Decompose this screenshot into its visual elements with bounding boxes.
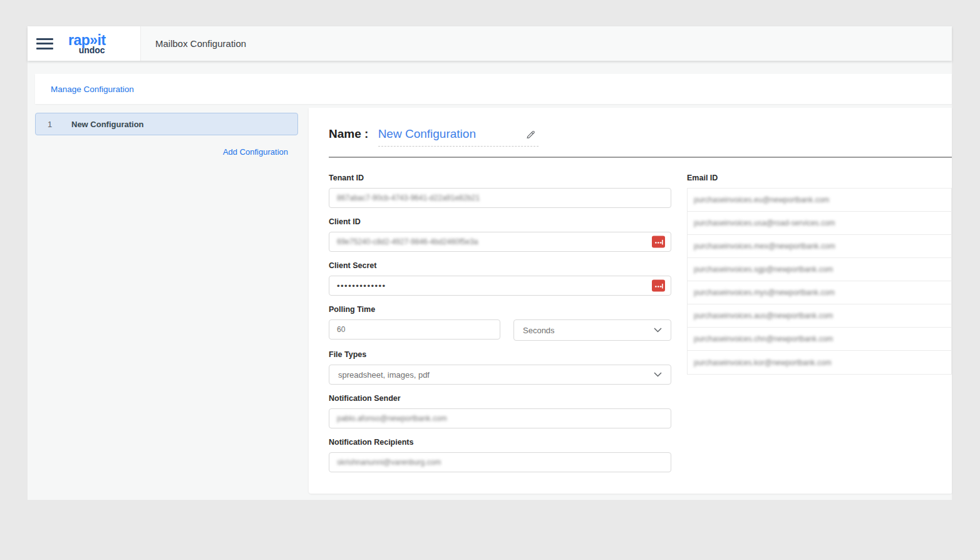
client-id-label: Client ID <box>329 217 671 226</box>
polling-time-field: Polling Time 60 Seconds <box>329 305 671 341</box>
name-row: Name : New Configuration <box>329 127 952 147</box>
email-text: purchaseinvoices.mys@newportbank.com <box>694 288 835 297</box>
notification-recipients-field: Notification Recipients skrishnanunni@va… <box>329 438 671 472</box>
logo-section: rap»it undoc <box>28 26 141 61</box>
section-divider <box>329 157 952 158</box>
polling-unit-select[interactable]: Seconds <box>513 319 671 341</box>
email-id-label: Email ID <box>687 174 952 182</box>
main-row: 1 New Configuration Add Configuration Na… <box>28 108 952 494</box>
email-text: purchaseinvoices.mex@newportbank.com <box>694 242 835 251</box>
notification-sender-field: Notification Sender pablo.afonso@newport… <box>329 394 671 428</box>
name-edit-field: New Configuration <box>378 127 539 147</box>
client-secret-label: Client Secret <box>329 261 671 270</box>
sidebar-item-new-configuration[interactable]: 1 New Configuration <box>35 113 298 135</box>
client-id-field: Client ID 69e75240-c8d2-4927-9846-4bd246… <box>329 217 671 252</box>
polling-time-value: 60 <box>337 325 345 334</box>
email-list-item[interactable]: purchaseinvoices.mex@newportbank.com <box>688 235 951 258</box>
email-id-column: Email ID purchaseinvoices.eu@newportbank… <box>687 174 952 482</box>
password-manager-icon[interactable] <box>652 236 665 248</box>
email-list-item[interactable]: purchaseinvoices.aus@newportbank.com <box>688 304 951 328</box>
content-area: Manage Configuration 1 New Configuration… <box>28 61 952 500</box>
app-header: rap»it undoc Mailbox Configuration <box>28 26 952 61</box>
manage-configuration-bar: Manage Configuration <box>35 74 952 104</box>
email-id-list: purchaseinvoices.eu@newportbank.com purc… <box>687 188 952 375</box>
notification-sender-input[interactable]: pablo.afonso@newportbank.com <box>329 408 671 428</box>
page-title: Mailbox Configuration <box>141 26 952 61</box>
notification-recipients-input[interactable]: skrishnanunni@varenburg.com <box>329 452 671 472</box>
form-columns: Tenant ID 867abac7-90cb-4743-9641-d22a91… <box>329 174 952 482</box>
email-list-item[interactable]: purchaseinvoices.chn@newportbank.com <box>688 328 951 351</box>
client-id-value: 69e75240-c8d2-4927-9846-4bd2460f5e3a <box>337 237 478 246</box>
client-secret-value: ••••••••••••• <box>337 281 386 291</box>
polling-time-label: Polling Time <box>329 305 671 314</box>
chevron-down-icon <box>654 328 662 333</box>
email-list-item[interactable]: purchaseinvoices.kor@newportbank.com <box>688 351 951 374</box>
client-secret-input[interactable]: ••••••••••••• <box>329 276 671 296</box>
email-list-item[interactable]: purchaseinvoices.eu@newportbank.com <box>688 189 951 212</box>
notification-recipients-label: Notification Recipients <box>329 438 671 447</box>
polling-unit-value: Seconds <box>523 326 555 335</box>
configuration-sidebar: 1 New Configuration Add Configuration <box>35 108 298 157</box>
client-id-input[interactable]: 69e75240-c8d2-4927-9846-4bd2460f5e3a <box>329 232 671 252</box>
app-window: rap»it undoc Mailbox Configuration Manag… <box>28 26 952 500</box>
email-text: purchaseinvoices.sgp@newportbank.com <box>694 265 833 274</box>
file-types-label: File Types <box>329 350 671 359</box>
chevron-down-icon <box>654 372 662 377</box>
email-list-item[interactable]: purchaseinvoices.sgp@newportbank.com <box>688 258 951 281</box>
email-text: purchaseinvoices.eu@newportbank.com <box>694 195 829 204</box>
notification-sender-label: Notification Sender <box>329 394 671 403</box>
notification-sender-value: pablo.afonso@newportbank.com <box>337 414 447 423</box>
tenant-id-label: Tenant ID <box>329 174 671 182</box>
app-logo: rap»it undoc <box>68 33 106 54</box>
email-list-item[interactable]: purchaseinvoices.usa@road-services.com <box>688 212 951 235</box>
polling-time-input[interactable]: 60 <box>329 319 500 340</box>
edit-pencil-icon[interactable] <box>525 129 536 140</box>
notification-recipients-value: skrishnanunni@varenburg.com <box>337 458 441 467</box>
configuration-form-panel: Name : New Configuration <box>309 108 952 494</box>
tenant-id-value: 867abac7-90cb-4743-9641-d22a91e82b21 <box>337 194 480 202</box>
email-text: purchaseinvoices.aus@newportbank.com <box>694 311 833 320</box>
config-index: 1 <box>36 120 71 129</box>
hamburger-menu-icon[interactable] <box>36 35 53 52</box>
file-types-value: spreadsheet, images, pdf <box>338 370 430 380</box>
tenant-id-input[interactable]: 867abac7-90cb-4743-9641-d22a91e82b21 <box>329 188 671 208</box>
password-manager-icon[interactable] <box>652 280 665 292</box>
name-label: Name : <box>329 127 372 141</box>
config-label: New Configuration <box>71 120 144 129</box>
email-text: purchaseinvoices.usa@road-services.com <box>694 219 835 227</box>
client-secret-field: Client Secret ••••••••••••• <box>329 261 671 296</box>
email-text: purchaseinvoices.kor@newportbank.com <box>694 358 832 367</box>
file-types-field: File Types spreadsheet, images, pdf <box>329 350 671 385</box>
name-value: New Configuration <box>378 127 476 141</box>
email-text: purchaseinvoices.chn@newportbank.com <box>694 334 833 343</box>
manage-configuration-link[interactable]: Manage Configuration <box>51 85 134 94</box>
form-fields-column: Tenant ID 867abac7-90cb-4743-9641-d22a91… <box>329 174 671 482</box>
email-list-item[interactable]: purchaseinvoices.mys@newportbank.com <box>688 281 951 304</box>
tenant-id-field: Tenant ID 867abac7-90cb-4743-9641-d22a91… <box>329 174 671 208</box>
file-types-select[interactable]: spreadsheet, images, pdf <box>329 365 671 385</box>
add-configuration-button[interactable]: Add Configuration <box>35 147 298 157</box>
